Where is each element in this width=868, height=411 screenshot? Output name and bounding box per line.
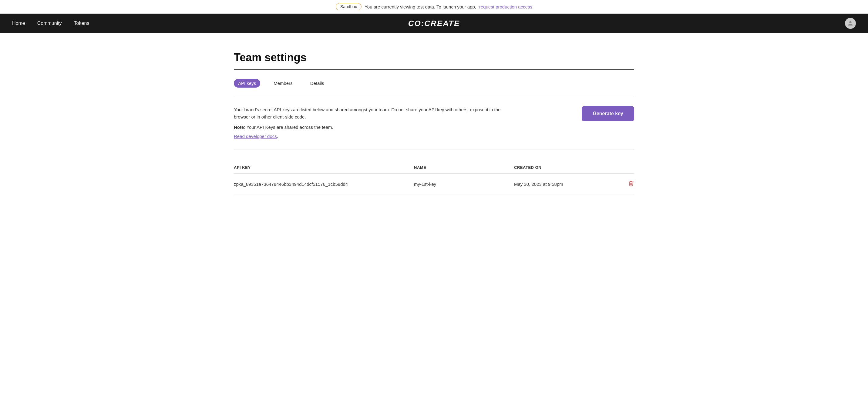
info-description: Your brand's secret API keys are listed … xyxy=(234,106,507,121)
api-key-name: my-1st-key xyxy=(414,174,514,195)
col-header-action xyxy=(614,162,634,174)
sandbox-badge: Sandbox xyxy=(336,3,362,10)
delete-icon[interactable] xyxy=(628,182,634,188)
tab-details[interactable]: Details xyxy=(306,79,329,88)
title-divider xyxy=(234,69,634,70)
api-key-value: zpka_89351a736479446bb3494d14dcf51576_1c… xyxy=(234,174,414,195)
delete-action[interactable] xyxy=(614,174,634,195)
tab-members[interactable]: Members xyxy=(269,79,297,88)
generate-key-button[interactable]: Generate key xyxy=(582,106,634,121)
docs-suffix: . xyxy=(277,134,278,139)
api-table: API KEY NAME CREATED ON zpka_89351a73647… xyxy=(234,162,634,195)
navbar-left: Home Community Tokens xyxy=(12,21,89,26)
navbar-logo: CO:CREATE xyxy=(408,19,460,28)
nav-community[interactable]: Community xyxy=(37,21,62,26)
announcement-message: You are currently viewing test data. To … xyxy=(365,4,476,9)
table-body: zpka_89351a736479446bb3494d14dcf51576_1c… xyxy=(234,174,634,195)
nav-tokens[interactable]: Tokens xyxy=(74,21,90,26)
production-access-link[interactable]: request production access xyxy=(479,4,532,9)
announcement-bar: Sandbox You are currently viewing test d… xyxy=(0,0,868,13)
col-header-created-on: CREATED ON xyxy=(514,162,614,174)
col-header-name: NAME xyxy=(414,162,514,174)
note-prefix: Note xyxy=(234,125,244,130)
docs-link[interactable]: Read developer docs xyxy=(234,134,277,139)
nav-home[interactable]: Home xyxy=(12,21,25,26)
main-content: Team settings API keys Members Details Y… xyxy=(210,33,658,207)
navbar: Home Community Tokens CO:CREATE xyxy=(0,13,868,33)
table-header: API KEY NAME CREATED ON xyxy=(234,162,634,174)
tabs: API keys Members Details xyxy=(234,79,634,88)
info-text: Your brand's secret API keys are listed … xyxy=(234,106,507,140)
avatar[interactable] xyxy=(845,18,856,29)
page-title: Team settings xyxy=(234,51,634,64)
svg-point-0 xyxy=(849,21,851,23)
tabs-divider xyxy=(234,97,634,97)
tab-api-keys[interactable]: API keys xyxy=(234,79,260,88)
note-text: : Your API Keys are shared across the te… xyxy=(244,125,333,130)
info-note: Note: Your API Keys are shared across th… xyxy=(234,124,507,131)
user-icon xyxy=(847,20,854,27)
api-key-created-on: May 30, 2023 at 9:58pm xyxy=(514,174,614,195)
table-row: zpka_89351a736479446bb3494d14dcf51576_1c… xyxy=(234,174,634,195)
col-header-api-key: API KEY xyxy=(234,162,414,174)
docs-link-line: Read developer docs. xyxy=(234,133,507,140)
navbar-right xyxy=(845,18,856,29)
info-section: Your brand's secret API keys are listed … xyxy=(234,106,634,150)
